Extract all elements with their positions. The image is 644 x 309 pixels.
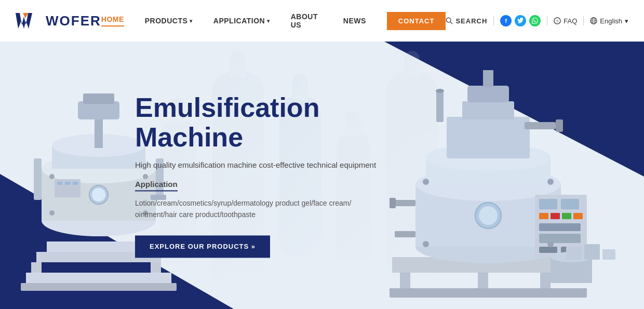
svg-rect-23 [95, 117, 103, 148]
language-selector[interactable]: English ▾ [590, 17, 628, 25]
svg-rect-41 [478, 273, 488, 288]
divider-1 [493, 16, 494, 25]
logo-area[interactable]: WOFER [16, 10, 101, 31]
search-icon [446, 17, 453, 24]
search-area[interactable]: SEARCH [446, 17, 487, 25]
divider-3 [583, 16, 584, 25]
application-chevron: ▾ [267, 18, 270, 24]
faq-area[interactable]: ? FAQ [554, 17, 577, 25]
svg-rect-81 [525, 122, 556, 129]
svg-line-3 [451, 22, 453, 24]
svg-point-75 [423, 179, 429, 185]
svg-rect-29 [57, 182, 62, 185]
logo-icon [16, 10, 42, 31]
products-chevron: ▾ [190, 18, 193, 24]
whatsapp-logo [532, 18, 538, 24]
svg-rect-42 [540, 273, 551, 288]
svg-rect-82 [556, 119, 563, 132]
svg-point-33 [49, 174, 55, 179]
svg-point-77 [423, 241, 429, 247]
svg-rect-79 [436, 91, 444, 122]
hero-subtitle: High quality emulsification machine cost… [135, 160, 405, 169]
main-nav: HOME PRODUCTS ▾ APPLICATION ▾ ABOUT US N… [101, 12, 446, 30]
nav-home[interactable]: HOME [101, 15, 124, 26]
svg-marker-0 [16, 13, 32, 29]
svg-rect-62 [539, 234, 581, 243]
svg-rect-26 [34, 158, 42, 200]
faq-icon: ? [554, 17, 561, 24]
twitter-icon[interactable] [515, 15, 526, 26]
language-label: English [600, 17, 622, 25]
svg-point-38 [92, 188, 105, 201]
svg-text:?: ? [556, 19, 559, 24]
divider-2 [547, 16, 547, 25]
whatsapp-icon[interactable] [529, 15, 541, 26]
svg-rect-60 [573, 213, 583, 219]
hero-title: Emulsification Machine [135, 93, 405, 152]
svg-marker-1 [23, 13, 28, 18]
twitter-bird [517, 18, 524, 24]
machine-right-svg [384, 70, 618, 309]
svg-rect-40 [400, 273, 410, 288]
logo-text: WOFER [46, 13, 101, 29]
application-label: Application [135, 180, 178, 191]
svg-point-35 [49, 210, 55, 216]
svg-rect-25 [83, 93, 114, 104]
facebook-icon[interactable]: f [500, 15, 512, 26]
machine-right [384, 70, 618, 309]
svg-rect-58 [551, 213, 560, 219]
top-bar: SEARCH f ? FAQ [446, 15, 628, 26]
svg-rect-53 [483, 70, 493, 87]
nav-products[interactable]: PRODUCTS ▾ [145, 17, 193, 25]
svg-rect-24 [78, 101, 119, 119]
svg-rect-39 [390, 288, 587, 298]
svg-point-78 [547, 241, 554, 247]
svg-rect-31 [73, 182, 78, 185]
explore-button[interactable]: EXPLORE OUR PRODUCTS » [135, 235, 270, 258]
svg-rect-72 [566, 247, 582, 260]
svg-point-2 [447, 18, 451, 22]
search-label: SEARCH [455, 17, 487, 25]
svg-rect-57 [539, 213, 548, 219]
nav-about[interactable]: ABOUT US [291, 12, 323, 29]
faq-label: FAQ [564, 17, 577, 25]
svg-rect-14 [26, 273, 171, 283]
hero-section: Emulsification Machine High quality emul… [0, 42, 644, 309]
svg-rect-55 [539, 199, 557, 209]
svg-rect-51 [462, 101, 514, 119]
svg-rect-59 [562, 213, 571, 219]
globe-icon [590, 17, 597, 24]
svg-rect-56 [561, 199, 579, 209]
svg-point-66 [479, 206, 498, 225]
svg-point-80 [436, 89, 444, 93]
svg-rect-30 [65, 182, 70, 185]
hero-content: Emulsification Machine High quality emul… [135, 93, 405, 258]
svg-rect-61 [539, 223, 581, 231]
svg-rect-74 [602, 249, 615, 260]
social-icons: f [500, 15, 541, 26]
svg-rect-63 [539, 247, 557, 253]
application-text: Lotion/cream/cosmetics/syrup/dermatology… [135, 197, 405, 221]
contact-button[interactable]: CONTACT [387, 12, 446, 30]
nav-news[interactable]: NEWS [343, 17, 366, 25]
header: WOFER HOME PRODUCTS ▾ APPLICATION ▾ ABOU… [0, 0, 644, 42]
svg-rect-52 [467, 86, 509, 102]
lang-chevron: ▾ [625, 17, 628, 25]
svg-point-76 [547, 179, 554, 185]
svg-rect-11 [21, 283, 177, 291]
svg-rect-73 [584, 244, 600, 260]
nav-application[interactable]: APPLICATION ▾ [213, 17, 270, 25]
svg-rect-50 [447, 117, 530, 158]
